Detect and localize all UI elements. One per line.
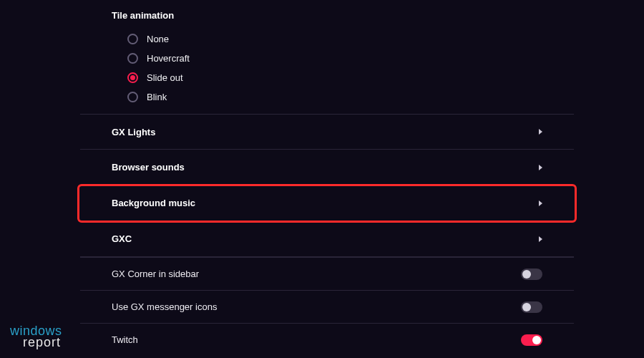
tile-animation-group: Tile animation NoneHovercraftSlide outBl…	[80, 0, 574, 114]
radio-label: None	[147, 34, 169, 44]
radio-icon	[127, 34, 138, 44]
watermark: windows report	[10, 325, 62, 348]
expand-row-label: GX Lights	[112, 127, 155, 137]
radio-label: Hovercraft	[147, 53, 190, 64]
expand-row[interactable]: GXC	[80, 221, 574, 257]
expand-row-label: Browser sounds	[112, 162, 185, 173]
radio-option[interactable]: Hovercraft	[112, 49, 542, 68]
radio-icon	[127, 92, 138, 102]
toggle-label: Twitch	[112, 334, 138, 345]
radio-label: Slide out	[147, 72, 183, 83]
settings-panel: Tile animation NoneHovercraftSlide outBl…	[80, 0, 574, 356]
toggle-switch[interactable]	[521, 268, 542, 280]
toggle-switch[interactable]	[521, 301, 542, 313]
expand-row[interactable]: GX Lights	[80, 114, 574, 150]
watermark-line2: report	[23, 337, 62, 348]
toggle-label: Use GX messenger icons	[112, 301, 217, 312]
chevron-right-icon	[539, 129, 542, 135]
chevron-right-icon	[539, 236, 542, 242]
expand-row-label: Background music	[112, 198, 195, 208]
radio-option[interactable]: Slide out	[112, 68, 542, 87]
toggle-row: Use GX messenger icons	[80, 290, 574, 323]
toggle-row: GX Corner in sidebar	[80, 257, 574, 290]
expand-row[interactable]: Background music	[80, 185, 574, 221]
radio-icon	[127, 53, 138, 64]
toggle-row: Twitch	[80, 323, 574, 356]
toggle-label: GX Corner in sidebar	[112, 268, 199, 279]
tile-animation-title: Tile animation	[112, 10, 542, 21]
radio-icon	[127, 72, 138, 83]
expand-row-label: GXC	[112, 233, 132, 244]
chevron-right-icon	[539, 200, 542, 206]
chevron-right-icon	[539, 165, 542, 170]
radio-option[interactable]: Blink	[112, 87, 542, 107]
expand-row[interactable]: Browser sounds	[80, 150, 574, 185]
toggle-switch[interactable]	[521, 334, 542, 346]
radio-label: Blink	[147, 92, 167, 102]
radio-option[interactable]: None	[112, 29, 542, 49]
